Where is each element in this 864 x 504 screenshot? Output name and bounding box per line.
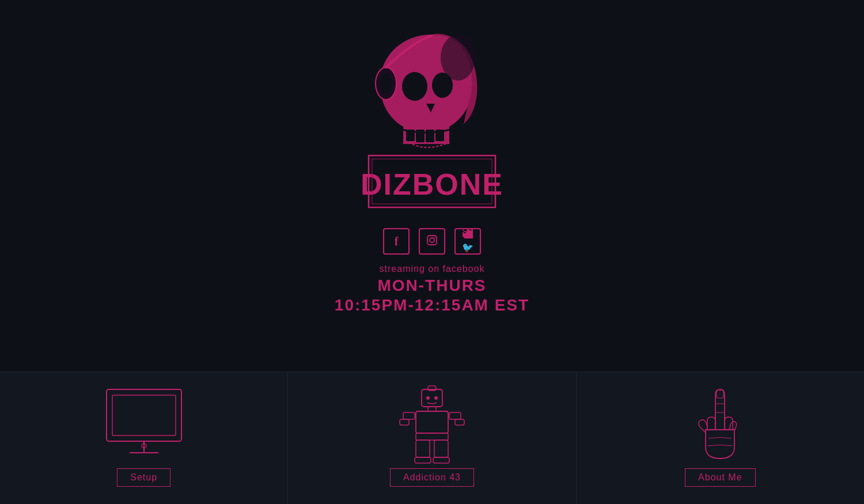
streaming-hours-text: 10:15PM-12:15AM EST bbox=[335, 296, 529, 314]
svg-rect-24 bbox=[428, 407, 436, 411]
svg-rect-34 bbox=[433, 457, 449, 463]
svg-rect-28 bbox=[400, 419, 409, 425]
logo-section: DIZBONE f bbox=[335, 23, 529, 314]
twitter-icon: 🐦 bbox=[456, 229, 480, 253]
addiction43-button[interactable]: Addiction 43 bbox=[390, 468, 474, 487]
svg-rect-32 bbox=[434, 440, 448, 457]
svg-rect-12 bbox=[427, 236, 437, 245]
facebook-icon: f bbox=[395, 235, 399, 248]
streaming-platform-text: streaming on facebook bbox=[380, 264, 485, 274]
svg-rect-33 bbox=[415, 457, 431, 463]
svg-rect-25 bbox=[416, 411, 448, 433]
svg-point-8 bbox=[380, 73, 392, 94]
svg-point-14 bbox=[434, 237, 435, 238]
svg-rect-16 bbox=[112, 395, 176, 435]
svg-rect-31 bbox=[416, 440, 430, 457]
svg-rect-30 bbox=[416, 433, 448, 440]
svg-rect-26 bbox=[403, 412, 415, 419]
svg-point-13 bbox=[430, 238, 434, 242]
addiction43-card[interactable]: Addiction 43 bbox=[288, 372, 576, 504]
aboutme-button[interactable]: About Me bbox=[685, 468, 755, 487]
streaming-info: streaming on facebook MON-THURS 10:15PM-… bbox=[335, 264, 529, 314]
svg-rect-15 bbox=[107, 389, 181, 441]
aboutme-card[interactable]: About Me bbox=[577, 372, 864, 504]
twitter-button[interactable]: 🐦 bbox=[454, 228, 481, 255]
instagram-icon bbox=[427, 235, 437, 248]
svg-text:DIZBONE: DIZBONE bbox=[361, 168, 503, 201]
main-content: DIZBONE f bbox=[0, 0, 864, 504]
addiction43-icon bbox=[392, 384, 472, 467]
svg-point-1 bbox=[402, 72, 427, 101]
svg-rect-29 bbox=[455, 419, 464, 425]
social-icons-container: f bbox=[383, 228, 481, 255]
svg-rect-27 bbox=[449, 412, 461, 419]
svg-rect-37 bbox=[717, 390, 723, 398]
bottom-cards-container: Setup bbox=[0, 372, 864, 504]
facebook-button[interactable]: f bbox=[383, 228, 410, 255]
dizbone-logo: DIZBONE bbox=[351, 23, 513, 219]
svg-point-2 bbox=[432, 73, 453, 98]
setup-button[interactable]: Setup bbox=[117, 468, 170, 487]
streaming-days-text: MON-THURS bbox=[377, 276, 486, 295]
svg-point-23 bbox=[434, 396, 438, 400]
setup-card[interactable]: Setup bbox=[0, 372, 288, 504]
instagram-button[interactable] bbox=[419, 228, 445, 255]
setup-icon bbox=[98, 384, 190, 467]
logo-container: DIZBONE bbox=[351, 23, 513, 219]
svg-point-22 bbox=[426, 396, 430, 400]
aboutme-icon bbox=[691, 384, 749, 467]
